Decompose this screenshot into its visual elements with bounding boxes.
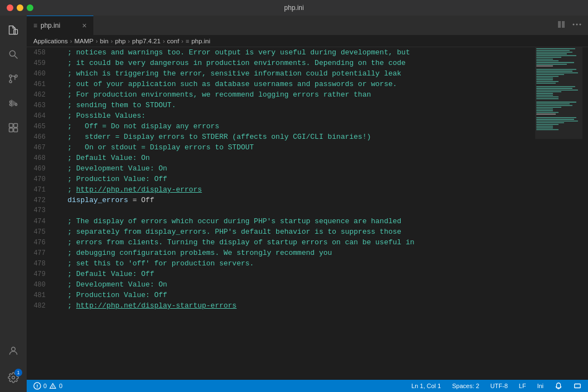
code-area[interactable]: 458 ; notices and warnings too. Error ou…	[27, 47, 535, 380]
line-content: ; Off = Do not display any errors	[54, 121, 535, 132]
code-line: 475 ; separately from display_errors. PH…	[27, 227, 535, 237]
svg-point-17	[576, 23, 578, 25]
line-number: 461	[27, 79, 54, 90]
status-left: 0 0	[31, 382, 64, 390]
tab-close-button[interactable]: ×	[82, 21, 87, 30]
breadcrumb-file-icon: ≡	[186, 38, 189, 44]
status-bar: 0 0 Ln 1, Col 1 Spaces: 2 UTF-8 LF Ini	[27, 380, 588, 392]
line-content: ; http://php.net/display-startup-errors	[54, 300, 535, 311]
language-mode[interactable]: Ini	[535, 383, 546, 389]
line-content: ; http://php.net/display-errors	[54, 184, 535, 195]
files-icon[interactable]	[3, 20, 23, 40]
source-control-icon[interactable]	[3, 69, 23, 89]
line-content: ; stderr = Display errors to STDERR (aff…	[54, 132, 535, 142]
activity-bar: 1	[0, 16, 27, 392]
line-content: ; Development Value: On	[54, 279, 535, 290]
maximize-button[interactable]	[27, 4, 33, 11]
extensions-icon[interactable]	[3, 118, 23, 138]
code-line: 476 ; errors from clients. Turning the d…	[27, 237, 535, 248]
line-number: 478	[27, 259, 54, 269]
svg-point-1	[9, 51, 15, 56]
line-content: ; sending them to STDOUT.	[54, 100, 535, 110]
svg-point-9	[15, 104, 17, 105]
line-content: ; errors from clients. Turning the displ…	[54, 237, 535, 248]
breadcrumb-applications[interactable]: Applications	[33, 38, 68, 44]
svg-point-16	[573, 23, 575, 25]
code-line: 478 ; set this to 'off' for production s…	[27, 258, 535, 269]
code-line: 466 ; stderr = Display errors to STDERR …	[27, 132, 535, 142]
more-actions-button[interactable]	[570, 18, 584, 33]
breadcrumb-php[interactable]: php	[115, 38, 126, 44]
line-number: 471	[27, 185, 54, 195]
line-number: 458	[27, 48, 54, 58]
notifications-icon[interactable]	[552, 382, 565, 390]
breadcrumb-sep-2: ›	[96, 38, 98, 44]
close-button[interactable]	[7, 4, 13, 11]
code-line: 470 ; Production Value: Off	[27, 174, 535, 184]
line-content: ; The display of errors which occur duri…	[54, 216, 535, 227]
title-bar: php.ini	[0, 0, 588, 16]
code-line: 471 ; http://php.net/display-errors	[27, 184, 535, 195]
line-content: ; set this to 'off' for production serve…	[54, 258, 535, 269]
account-icon[interactable]	[3, 341, 23, 361]
tab-bar: ≡ php.ini ×	[27, 16, 588, 35]
traffic-lights	[7, 4, 33, 11]
status-right: Ln 1, Col 1 Spaces: 2 UTF-8 LF Ini	[409, 382, 584, 390]
svg-point-8	[9, 104, 11, 105]
code-line: 460 ; which is triggering the error, sen…	[27, 68, 535, 79]
svg-point-7	[9, 101, 11, 103]
scrollbar-track[interactable]	[582, 47, 588, 380]
indentation[interactable]: Spaces: 2	[450, 383, 481, 389]
breadcrumb-bin[interactable]: bin	[100, 38, 108, 44]
line-content: ; separately from display_errors. PHP's …	[54, 227, 535, 237]
line-number: 475	[27, 227, 54, 238]
svg-rect-10	[9, 124, 13, 128]
code-lines: 458 ; notices and warnings too. Error ou…	[27, 47, 535, 380]
code-line: 462 ; For production environments, we re…	[27, 89, 535, 100]
encoding[interactable]: UTF-8	[488, 383, 510, 389]
minimize-button[interactable]	[17, 4, 23, 11]
svg-rect-64	[535, 47, 582, 139]
line-content: ; which is triggering the error, sensiti…	[54, 68, 535, 79]
line-number: 467	[27, 143, 54, 153]
line-number: 462	[27, 90, 54, 100]
remote-icon[interactable]	[571, 382, 584, 390]
breadcrumb-php-version[interactable]: php7.4.21	[132, 38, 161, 44]
file-tab[interactable]: ≡ php.ini ×	[27, 16, 93, 35]
minimap[interactable]	[535, 47, 582, 380]
code-line: 477 ; debugging configuration problems. …	[27, 248, 535, 258]
line-number: 473	[27, 205, 54, 216]
code-line: 472 display_errors = Off	[27, 195, 535, 205]
cursor-position[interactable]: Ln 1, Col 1	[409, 383, 443, 389]
line-number: 482	[27, 301, 54, 311]
line-content: display_errors = Off	[54, 195, 535, 205]
svg-point-5	[9, 81, 12, 83]
breadcrumb-filename[interactable]: php.ini	[191, 38, 210, 44]
breadcrumb: Applications › MAMP › bin › php › php7.4…	[27, 35, 588, 47]
code-line: 468 ; Default Value: On	[27, 153, 535, 163]
run-debug-icon[interactable]	[3, 93, 23, 113]
line-number: 469	[27, 164, 54, 174]
line-content: ; notices and warnings too. Error output…	[54, 47, 535, 58]
code-line: 467 ; On or stdout = Display errors to S…	[27, 142, 535, 153]
code-line: 469 ; Development Value: On	[27, 163, 535, 174]
code-line: 461 ; out of your application such as da…	[27, 79, 535, 89]
code-line: 473	[27, 205, 535, 216]
svg-point-18	[580, 23, 581, 25]
line-content: ; Possible Values:	[54, 110, 535, 121]
search-icon[interactable]	[3, 44, 23, 64]
line-number: 463	[27, 100, 54, 111]
breadcrumb-mamp[interactable]: MAMP	[74, 38, 94, 44]
line-ending[interactable]: LF	[517, 383, 529, 389]
settings-icon[interactable]: 1	[3, 368, 23, 388]
line-number: 476	[27, 238, 54, 248]
split-editor-button[interactable]	[555, 18, 568, 33]
code-line: 474 ; The display of errors which occur …	[27, 216, 535, 227]
settings-badge: 1	[14, 369, 22, 376]
breadcrumb-conf[interactable]: conf	[167, 38, 180, 44]
line-number: 470	[27, 174, 54, 185]
error-count[interactable]: 0 0	[31, 382, 64, 390]
editor-content: 458 ; notices and warnings too. Error ou…	[27, 47, 588, 380]
code-line: 480 ; Development Value: On	[27, 279, 535, 290]
svg-point-67	[37, 388, 37, 388]
